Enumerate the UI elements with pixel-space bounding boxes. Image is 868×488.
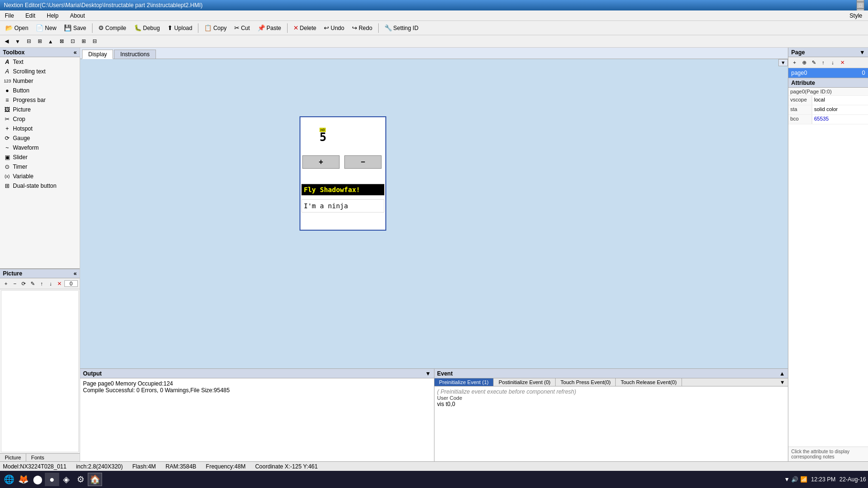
attr-key-vscope[interactable]: vscope xyxy=(788,96,812,105)
event-collapse-icon[interactable]: ▲ xyxy=(779,370,785,377)
toolbox-picture[interactable]: 🖼 Picture xyxy=(0,105,80,114)
bottom-tabs: Picture Fonts xyxy=(0,453,80,461)
align-center-button[interactable]: ⊡ xyxy=(68,37,77,46)
tab-fonts[interactable]: Fonts xyxy=(26,454,49,461)
canvas-area[interactable]: ▼ n0 5 b0 + b1 − b2 Fly Shadowfax! n0 xyxy=(80,59,788,368)
attr-key-bco[interactable]: bco xyxy=(788,115,812,124)
compile-button[interactable]: ⚙ Compile xyxy=(95,23,130,33)
toolbox-text[interactable]: A Text xyxy=(0,57,80,67)
event-tab-postinit[interactable]: Postinitialize Event (0) xyxy=(494,378,556,386)
picture-add-button[interactable]: + xyxy=(2,279,10,288)
attr-content: page0(Page ID:0) vscope local sta solid … xyxy=(788,88,868,447)
picture-minus-button[interactable]: − xyxy=(11,279,19,288)
cut-button[interactable]: ✂ Cut xyxy=(231,23,253,33)
event-tab-touch-press[interactable]: Touch Press Event(0) xyxy=(556,378,616,386)
toolbar-sep-1 xyxy=(92,23,93,33)
toolbox-dual-state[interactable]: ⊞ Dual-state button xyxy=(0,181,80,191)
taskbar-icon-globe[interactable]: 🌐 xyxy=(2,473,16,486)
toolbox-slider[interactable]: ▣ Slider xyxy=(0,152,80,162)
event-tab-preinit[interactable]: Preinitialize Event (1) xyxy=(434,378,494,386)
attr-val-sta[interactable]: solid color xyxy=(812,105,868,114)
toolbox-collapse-icon[interactable]: « xyxy=(73,49,77,56)
attr-val-vscope[interactable]: local xyxy=(812,96,868,105)
menu-help[interactable]: Help xyxy=(44,11,62,20)
page-copy-button[interactable]: ⊕ xyxy=(800,58,808,67)
taskbar-icon-fox[interactable]: 🦊 xyxy=(16,473,31,486)
page-add-button[interactable]: + xyxy=(790,58,799,67)
taskbar-icon-dot[interactable]: ● xyxy=(45,473,59,486)
taskbar-icon-gear[interactable]: ⚙ xyxy=(73,473,88,486)
hmi-btn-plus[interactable]: + xyxy=(302,155,340,169)
taskbar-icon-home[interactable]: 🏠 xyxy=(88,473,102,486)
maximize-button[interactable]: □ xyxy=(857,2,864,9)
copy-button[interactable]: 📋 Copy xyxy=(201,23,230,33)
toolbox-timer[interactable]: ⊙ Timer xyxy=(0,162,80,172)
output-collapse-icon[interactable]: ▼ xyxy=(425,370,431,377)
toolbox-crop[interactable]: ✂ Crop xyxy=(0,114,80,124)
align-r-button[interactable]: ⊠ xyxy=(57,37,66,46)
toolbox-progress-bar[interactable]: ≡ Progress bar xyxy=(0,95,80,105)
open-button[interactable]: 📂 Open xyxy=(2,23,31,33)
variable-icon: (x) xyxy=(4,174,10,179)
align-left-button[interactable]: ◀ xyxy=(2,37,11,46)
align-eq-button[interactable]: ⊞ xyxy=(79,37,88,46)
debug-button[interactable]: 🐛 Debug xyxy=(131,23,163,33)
menu-about[interactable]: About xyxy=(67,11,88,20)
picture-panel-collapse[interactable]: « xyxy=(73,270,77,277)
align-v-button[interactable]: ⊞ xyxy=(35,37,44,46)
page-down-button[interactable]: ↓ xyxy=(828,58,837,67)
toolbox-hotspot[interactable]: + Hotspot xyxy=(0,124,80,133)
taskbar-icon-diamond[interactable]: ◈ xyxy=(59,473,73,486)
picture-refresh-button[interactable]: ⟳ xyxy=(20,279,28,288)
picture-delete-button[interactable]: ✕ xyxy=(56,279,64,288)
align-grid-button[interactable]: ⊟ xyxy=(90,37,99,46)
toolbox-button[interactable]: ● Button xyxy=(0,86,80,95)
upload-button[interactable]: ⬆ Upload xyxy=(164,23,196,33)
delete-button[interactable]: ✕ Delete xyxy=(290,23,320,33)
attr-val-bco[interactable]: 65535 xyxy=(812,115,868,124)
page-up-button[interactable]: ↑ xyxy=(819,58,827,67)
align-top-button[interactable]: ▲ xyxy=(46,37,55,46)
event-tab-dropdown[interactable]: ▼ xyxy=(777,378,788,386)
tab-instructions[interactable]: Instructions xyxy=(114,50,155,59)
paste-button[interactable]: 📌 Paste xyxy=(254,23,285,33)
attribute-panel: Attribute page0(Page ID:0) vscope local … xyxy=(788,78,868,461)
toolbox-gauge[interactable]: ⟳ Gauge xyxy=(0,133,80,143)
undo-button[interactable]: ↩ Undo xyxy=(320,23,348,33)
align-down-button[interactable]: ▼ xyxy=(13,37,22,46)
page-item-page0[interactable]: page0 0 xyxy=(788,68,868,78)
compile-icon: ⚙ xyxy=(98,24,104,31)
tab-display[interactable]: Display xyxy=(82,50,113,59)
save-button[interactable]: 💾 Save xyxy=(61,23,89,33)
event-user-code-label: User Code xyxy=(437,395,785,401)
toolbox-waveform[interactable]: ~ Waveform xyxy=(0,143,80,152)
picture-down-button[interactable]: ↓ xyxy=(47,279,55,288)
taskbar-icon-circle[interactable]: ⬤ xyxy=(31,473,45,486)
toolbar-sep-3 xyxy=(287,23,288,33)
page-delete-button[interactable]: ✕ xyxy=(838,58,847,67)
page-rename-button[interactable]: ✎ xyxy=(809,58,818,67)
output-panel: Output ▼ Page page0 Memory Occupied:124C… xyxy=(80,369,434,461)
picture-up-button[interactable]: ↑ xyxy=(38,279,46,288)
toolbox-scrolling-text[interactable]: A Scrolling text xyxy=(0,67,80,76)
new-button[interactable]: 📄 New xyxy=(32,23,60,33)
text-icon: A xyxy=(4,59,10,65)
hmi-btn-minus[interactable]: − xyxy=(344,155,382,169)
delete-icon: ✕ xyxy=(293,24,299,31)
page-dropdown-icon[interactable]: ▼ xyxy=(859,49,865,56)
tab-picture[interactable]: Picture xyxy=(0,454,26,461)
redo-button[interactable]: ↪ Redo xyxy=(349,23,376,33)
event-tab-touch-release[interactable]: Touch Release Event(0) xyxy=(616,378,682,386)
attr-key-sta[interactable]: sta xyxy=(788,105,812,114)
event-comment: ( Preinitialize event execute before com… xyxy=(437,388,785,395)
menu-file[interactable]: File xyxy=(2,11,17,20)
canvas-dropdown[interactable]: ▼ xyxy=(778,59,788,66)
settingid-button[interactable]: 🔧 Setting ID xyxy=(381,23,422,33)
menu-edit[interactable]: Edit xyxy=(22,11,38,20)
toolbox-number[interactable]: 123 Number xyxy=(0,76,80,86)
picture-edit-button[interactable]: ✎ xyxy=(29,279,37,288)
page-header: Page ▼ xyxy=(788,48,868,57)
event-header: Event ▲ xyxy=(434,369,788,378)
toolbox-variable[interactable]: (x) Variable xyxy=(0,172,80,181)
align-h-button[interactable]: ⊟ xyxy=(24,37,33,46)
